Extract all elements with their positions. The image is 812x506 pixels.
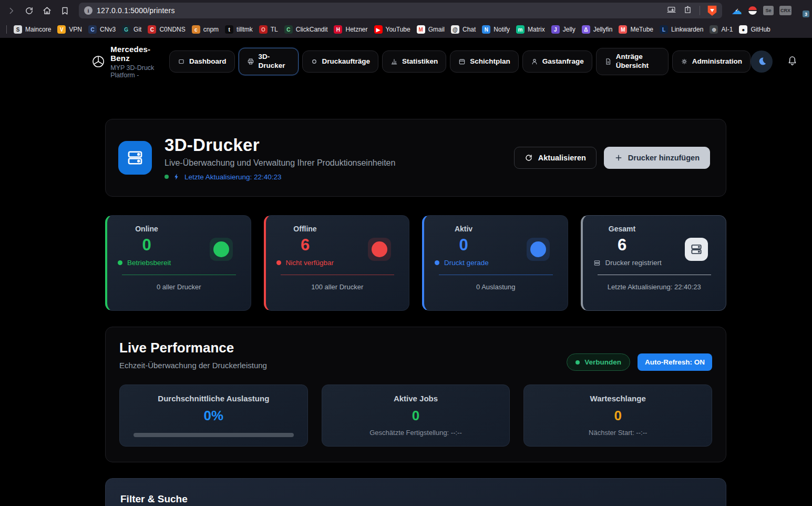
card-title: Online [135,225,158,233]
bookmark-item[interactable]: M MeTube [616,24,656,35]
shield-extension-icon[interactable]: 3 [797,5,807,16]
page-body: Mercedes-Benz MYP 3D-Druck Platform - Da… [0,38,812,506]
url-bar[interactable]: i 127.0.0.1:5000/printers [79,3,722,18]
notifications-bell-icon[interactable] [787,55,798,68]
bookmark-favicon: L [660,25,668,34]
bookmark-item[interactable]: L Linkwarden [657,24,706,35]
bookmark-item[interactable]: N Notify [479,24,512,35]
top-navigation: Mercedes-Benz MYP 3D-Druck Platform - Da… [92,38,812,78]
bookmark-label: YouTube [386,26,410,33]
add-printer-button[interactable]: Drucker hinzufügen [604,147,710,169]
bookmark-favicon: C [88,25,97,34]
status-dot [118,260,122,265]
bookmark-item[interactable]: Δ Jellyfin [579,24,615,35]
site-info-icon[interactable]: i [84,6,92,15]
brand[interactable]: Mercedes-Benz MYP 3D-Druck Platform - [92,45,158,79]
dashboard-icon [178,58,185,65]
metric-title: Warteschlange [536,394,700,403]
bookmark-favicon: N [482,25,490,34]
bookmark-item[interactable]: C ClickCandit [282,24,331,35]
connected-dot [575,360,580,365]
bookmark-item[interactable]: ⊕ AI-1 [707,24,735,35]
tab-statistiken[interactable]: Statistiken [382,50,446,73]
bookmark-favicon: C [284,25,293,34]
crx-extension-icon[interactable]: CRX [779,6,792,15]
bookmark-icon[interactable] [57,3,73,18]
card-title: Offline [293,225,316,233]
share-icon[interactable] [683,5,692,16]
printer-stack-icon [685,238,708,261]
cloud-sync-extension-icon[interactable]: ☁✓ [732,5,742,16]
server-small-icon [593,259,601,267]
reload-icon[interactable] [21,3,37,18]
pokeball-extension-icon[interactable] [748,6,757,15]
bookmark-favicon: H [334,25,342,34]
bookmark-item[interactable]: t tilltmk [222,24,255,35]
bookmark-item[interactable]: V VPN [55,24,85,35]
bookmark-favicon: @ [451,25,459,34]
page-title: 3D-Drucker [165,135,395,155]
bookmark-favicon: ⊕ [710,25,718,34]
bookmark-item[interactable]: J Jelly [549,24,578,35]
card-title: Aktiv [455,225,472,233]
bookmark-item[interactable]: m Matrix [513,24,548,35]
bookmark-item[interactable]: ● GitHub [736,24,773,35]
bar-chart-icon [390,58,398,65]
bookmark-item[interactable]: C C0NDNS [145,24,188,35]
card-title: Gesamt [609,225,635,233]
bookmark-item[interactable]: H Hetzner [331,24,370,35]
bookmark-label: MeTube [630,26,653,33]
status-label: Druckt gerade [444,259,489,267]
card-value: 6 [618,236,626,255]
tab-gastanfrage[interactable]: Gastanfrage [522,50,592,73]
card-value: 6 [301,236,310,255]
offline-card: Offline 6 Nicht verfügbar 100 aller Druc… [264,215,410,311]
card-footer: 0 Auslastung [435,283,557,291]
gear-icon [681,58,688,65]
brand-title: Mercedes-Benz [110,45,158,63]
forward-icon[interactable] [3,3,19,18]
toolbar-divider [700,6,700,15]
bookmark-item[interactable]: C CNv3 [86,24,118,35]
status-dot [276,260,281,265]
auto-refresh-toggle[interactable]: Auto-Refresh: ON [638,353,712,371]
bookmark-item[interactable]: S Maincore [11,24,54,35]
bookmark-item[interactable]: O TL [256,24,281,35]
card-value: 0 [459,236,468,255]
bookmark-favicon: M [619,25,627,34]
bookmark-item[interactable]: G Git [119,24,144,35]
metric-value: 0 [536,408,700,424]
selenium-extension-icon[interactable]: Se [763,6,774,15]
refresh-button[interactable]: Aktualisieren [514,147,597,169]
card-footer: 100 aller Drucker [276,283,399,291]
bookmark-item[interactable]: c cnpm [189,24,221,35]
send-to-device-icon[interactable] [667,5,676,16]
bookmark-favicon: ▶ [374,25,383,34]
live-performance-title: Live Performance [119,340,267,356]
tab-antraege-uebersicht[interactable]: Anträge Übersicht [596,48,669,75]
bookmark-label: Git [133,26,141,33]
bookmark-label: VPN [69,26,82,33]
queue-metric: Warteschlange 0 Nächster Start: --:-- [523,384,712,447]
card-value: 0 [142,236,151,255]
brave-shield-icon[interactable] [707,5,717,16]
bookmark-item[interactable]: ▶ YouTube [372,24,413,35]
bookmark-favicon: Δ [582,25,590,34]
tab-dashboard[interactable]: Dashboard [169,50,235,73]
plus-icon [614,154,623,162]
theme-toggle-button[interactable] [751,50,773,73]
status-label: Nicht verfügbar [286,259,334,267]
page-header-card: 3D-Drucker Live-Überwachung und Verwaltu… [105,119,726,197]
tab-3d-drucker[interactable]: 3D-Drucker [239,48,299,75]
bookmark-item[interactable]: @ Chat [448,24,478,35]
online-circle-icon [210,238,233,261]
home-icon[interactable] [39,3,55,18]
document-icon [604,58,612,65]
bookmark-item[interactable]: M Gmail [414,24,447,35]
tab-druckauftraege[interactable]: Druckaufträge [302,50,379,73]
tab-administration[interactable]: Administration [672,50,751,73]
bookmark-favicon: c [192,25,200,34]
url-text[interactable]: 127.0.0.1:5000/printers [97,6,663,15]
tab-schichtplan[interactable]: Schichtplan [450,50,519,73]
metric-value: 0% [131,408,296,424]
